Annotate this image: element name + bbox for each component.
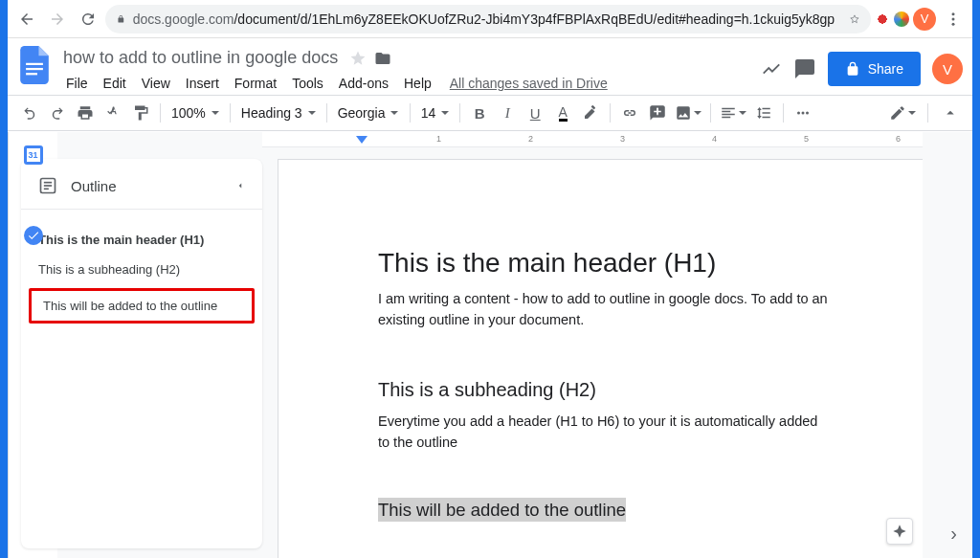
menu-format[interactable]: Format: [228, 72, 283, 95]
ruler-mark: 3: [620, 134, 625, 144]
line-spacing-button[interactable]: [751, 100, 776, 125]
svg-rect-14: [44, 189, 49, 190]
link-button[interactable]: [617, 100, 642, 125]
ruler-mark: 4: [712, 134, 717, 144]
calendar-icon[interactable]: 31: [24, 145, 43, 165]
ruler-mark: 6: [896, 134, 901, 144]
comments-icon[interactable]: [793, 57, 816, 80]
outline-panel: Outline This is the main header (H1) Thi…: [21, 159, 262, 548]
underline-button[interactable]: U: [523, 100, 547, 125]
outline-title: Outline: [71, 178, 222, 194]
url-text: docs.google.com/document/d/1EhLm6yZ8EEkO…: [133, 11, 835, 27]
tasks-icon[interactable]: [24, 226, 43, 245]
align-button[interactable]: [718, 100, 748, 125]
outline-item[interactable]: This is the main header (H1): [21, 225, 262, 255]
explore-button[interactable]: [886, 518, 913, 545]
paint-format-button[interactable]: [128, 100, 153, 125]
collapse-outline-icon[interactable]: [235, 181, 245, 190]
doc-h1[interactable]: This is the main header (H1): [378, 248, 828, 279]
svg-rect-3: [26, 63, 43, 65]
editing-mode-button[interactable]: [887, 100, 918, 125]
indent-marker-icon[interactable]: [356, 136, 368, 145]
star-icon[interactable]: [850, 11, 859, 27]
svg-marker-10: [356, 136, 368, 144]
ruler[interactable]: 1 2 3 4 5 6: [262, 132, 923, 147]
collapse-toolbar-button[interactable]: [938, 100, 963, 125]
browser-profile-avatar[interactable]: V: [913, 8, 936, 31]
format-toolbar: 100% Heading 3 Georgia 14 B I U A: [8, 95, 972, 131]
redo-button[interactable]: [45, 100, 70, 125]
doc-paragraph[interactable]: Everytime you add a header (H1 to H6) to…: [378, 411, 828, 454]
ruler-mark: 1: [436, 134, 441, 144]
share-button[interactable]: Share: [828, 52, 921, 86]
style-select[interactable]: Heading 3: [237, 105, 320, 121]
svg-rect-5: [26, 73, 37, 75]
svg-rect-12: [44, 182, 52, 184]
extension-icon-1[interactable]: [875, 11, 890, 27]
doc-h2[interactable]: This is a subheading (H2): [378, 379, 828, 401]
svg-rect-13: [44, 185, 52, 187]
browser-menu-button[interactable]: [940, 6, 967, 33]
highlight-button[interactable]: [578, 100, 603, 125]
star-doc-icon[interactable]: [349, 50, 367, 67]
back-button[interactable]: [13, 6, 40, 33]
docs-logo[interactable]: [15, 46, 54, 84]
move-folder-icon[interactable]: [374, 50, 391, 67]
workspace: 1 2 3 4 5 6 Outline This is the main hea…: [8, 132, 972, 558]
menu-help[interactable]: Help: [397, 72, 438, 95]
document-page[interactable]: This is the main header (H1) I am writin…: [278, 159, 923, 558]
docs-header: how to add to outline in google docs Fil…: [8, 38, 972, 95]
ruler-mark: 2: [528, 134, 533, 144]
svg-point-2: [952, 22, 955, 25]
image-button[interactable]: [673, 100, 703, 125]
menu-bar: File Edit View Insert Format Tools Add-o…: [59, 72, 761, 95]
browser-toolbar: docs.google.com/document/d/1EhLm6yZ8EEkO…: [8, 0, 972, 38]
comment-button[interactable]: [645, 100, 670, 125]
menu-edit[interactable]: Edit: [97, 72, 133, 95]
spellcheck-button[interactable]: [100, 100, 125, 125]
fontsize-select[interactable]: 14: [417, 105, 454, 121]
doc-title[interactable]: how to add to outline in google docs: [59, 46, 342, 70]
menu-file[interactable]: File: [59, 72, 95, 95]
more-button[interactable]: [791, 100, 815, 125]
svg-point-0: [952, 12, 955, 15]
bold-button[interactable]: B: [467, 100, 492, 125]
menu-insert[interactable]: Insert: [179, 72, 226, 95]
text-color-button[interactable]: A: [550, 100, 575, 125]
ruler-mark: 5: [804, 134, 809, 144]
show-side-panel-button[interactable]: ›: [950, 523, 957, 545]
doc-selected-text[interactable]: This will be added to the outline: [378, 498, 626, 522]
svg-point-8: [802, 112, 805, 115]
menu-tools[interactable]: Tools: [285, 72, 330, 95]
font-select[interactable]: Georgia: [334, 105, 403, 121]
address-bar[interactable]: docs.google.com/document/d/1EhLm6yZ8EEkO…: [105, 5, 871, 33]
extension-icon-2[interactable]: [894, 11, 909, 27]
document-scroll[interactable]: This is the main header (H1) I am writin…: [262, 147, 923, 558]
lock-icon: [117, 12, 125, 26]
svg-point-9: [806, 112, 809, 115]
reload-button[interactable]: [75, 6, 101, 33]
save-status[interactable]: All changes saved in Drive: [450, 76, 608, 91]
menu-view[interactable]: View: [135, 72, 177, 95]
share-label: Share: [868, 61, 903, 77]
svg-rect-4: [26, 68, 43, 70]
activity-icon[interactable]: [761, 58, 782, 79]
outline-item[interactable]: This is a subheading (H2): [21, 255, 262, 284]
print-button[interactable]: [73, 100, 98, 125]
outline-item-highlighted[interactable]: This will be added to the outline: [29, 288, 255, 324]
menu-addons[interactable]: Add-ons: [332, 72, 395, 95]
doc-paragraph[interactable]: I am writing a content - how to add to o…: [378, 288, 828, 331]
svg-point-7: [797, 112, 800, 115]
italic-button[interactable]: I: [495, 100, 520, 125]
outline-icon: [38, 176, 57, 195]
undo-button[interactable]: [17, 100, 42, 125]
docs-avatar[interactable]: V: [932, 54, 963, 84]
forward-button[interactable]: [44, 6, 71, 33]
svg-point-1: [952, 17, 955, 20]
lock-icon: [845, 61, 860, 77]
outline-list: This is the main header (H1) This is a s…: [21, 210, 262, 324]
zoom-select[interactable]: 100%: [167, 105, 223, 121]
